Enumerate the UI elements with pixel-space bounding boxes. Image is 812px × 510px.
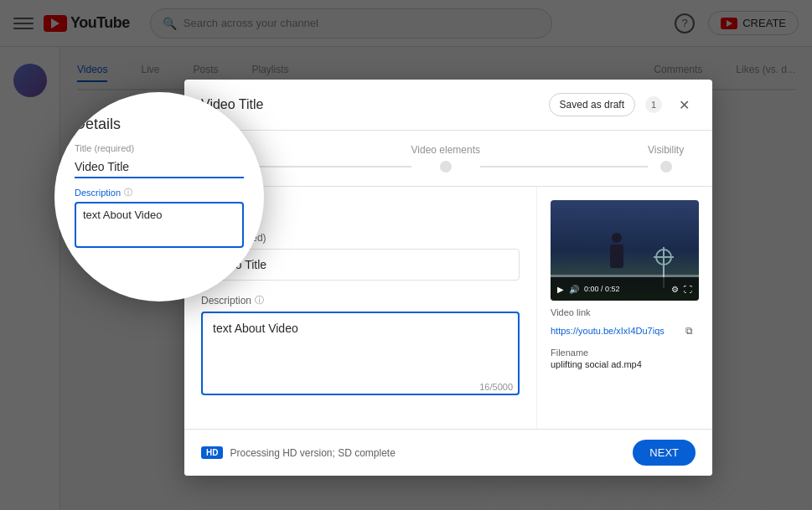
video-preview: ▶ 🔊 0:00 / 0:52 ⚙ ⛶ [551, 200, 699, 301]
modal-footer: HD Processing HD version; SD complete NE… [184, 429, 712, 476]
zoom-circle: Details Title (required) Description ⓘ t… [54, 92, 264, 301]
copy-link-button[interactable]: ⧉ [679, 321, 699, 341]
video-controls: ▶ 🔊 0:00 / 0:52 ⚙ ⛶ [551, 277, 699, 301]
volume-button[interactable]: 🔊 [569, 285, 579, 294]
character-count: 16/5000 [479, 382, 513, 392]
step-elements-dot [440, 161, 452, 173]
step-line-1 [244, 166, 411, 167]
description-textarea[interactable]: text About Video [201, 312, 520, 395]
zoom-section-title: Details [75, 116, 244, 133]
draft-count-badge: 1 [645, 96, 662, 113]
step-visibility[interactable]: Visibility [648, 144, 684, 173]
step-elements-label: Video elements [411, 144, 481, 156]
zoom-desc-label: Description ⓘ [75, 187, 244, 198]
zoom-title-input[interactable] [75, 157, 244, 178]
description-help-icon[interactable]: ⓘ [255, 294, 264, 307]
video-link-label: Video link [551, 307, 699, 317]
processing-text: Processing HD version; SD complete [230, 447, 395, 459]
processing-status: HD Processing HD version; SD complete [201, 446, 396, 459]
description-group: Description ⓘ text About Video 16/5000 [201, 294, 520, 399]
stepper: Details Video elements Visibility [184, 131, 712, 187]
video-time: 0:00 / 0:52 [584, 285, 666, 293]
video-link-row: https://youtu.be/xIxI4Du7iqs ⧉ [551, 321, 699, 341]
zoom-title-label: Title (required) [75, 143, 244, 153]
next-button[interactable]: NEXT [633, 440, 696, 466]
video-link[interactable]: https://youtu.be/xIxI4Du7iqs [551, 326, 675, 336]
title-input[interactable] [201, 249, 520, 281]
fullscreen-button[interactable]: ⛶ [684, 285, 692, 294]
zoom-desc-help-icon[interactable]: ⓘ [124, 187, 132, 198]
settings-button[interactable]: ⚙ [671, 285, 679, 294]
play-button[interactable]: ▶ [557, 285, 564, 294]
upload-modal: Video Title Saved as draft 1 ✕ Details V… [184, 80, 712, 476]
video-info: Video link https://youtu.be/xIxI4Du7iqs … [551, 307, 699, 369]
hd-badge: HD [201, 446, 223, 459]
zoom-desc-group: Description ⓘ text About Video [75, 187, 244, 251]
video-panel: ▶ 🔊 0:00 / 0:52 ⚙ ⛶ Video link https://y… [536, 187, 712, 429]
modal-header-right: Saved as draft 1 ✕ [549, 93, 696, 116]
step-visibility-label: Visibility [648, 144, 684, 156]
step-line-2 [480, 166, 648, 167]
description-textarea-container: text About Video 16/5000 [201, 312, 520, 399]
saved-draft-button[interactable]: Saved as draft [549, 93, 635, 116]
modal-body: Details Title (required) Description ⓘ t… [184, 187, 712, 429]
filename-label: Filename [551, 348, 699, 358]
modal-header: Video Title Saved as draft 1 ✕ [184, 80, 712, 131]
zoom-description-textarea[interactable]: text About Video [75, 202, 244, 248]
description-label: Description ⓘ [201, 294, 520, 307]
filename-value: uplifting social ad.mp4 [551, 359, 699, 369]
close-button[interactable]: ✕ [672, 93, 696, 116]
zoom-title-group: Title (required) [75, 143, 244, 178]
step-video-elements[interactable]: Video elements [411, 144, 481, 173]
step-visibility-dot [660, 161, 672, 173]
